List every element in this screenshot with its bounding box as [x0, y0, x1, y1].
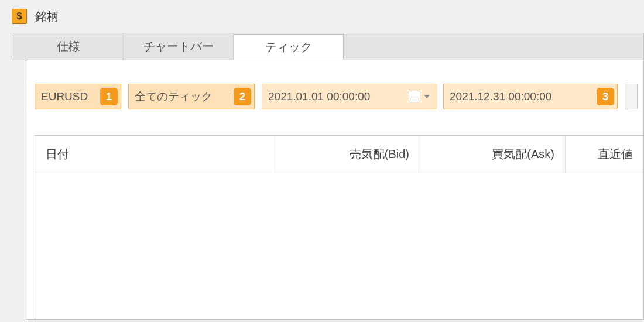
- date-to-picker[interactable]: 2021.12.31 00:00:00 3: [443, 84, 618, 109]
- title-bar: $ 銘柄: [0, 0, 644, 33]
- dollar-icon: $: [12, 9, 27, 24]
- action-button[interactable]: [625, 84, 638, 109]
- tick-type-value: 全てのティック: [135, 89, 248, 104]
- column-date[interactable]: 日付: [35, 136, 275, 173]
- symbol-dropdown[interactable]: EURUSD 1: [35, 84, 121, 109]
- callout-badge-2: 2: [234, 88, 251, 105]
- column-bid[interactable]: 売気配(Bid): [275, 136, 420, 173]
- date-to-value: 2021.12.31 00:00:00: [450, 90, 597, 103]
- callout-badge-1: 1: [100, 88, 118, 105]
- tick-panel: EURUSD 1 全てのティック 2 2021.01.01 00:00:00 2…: [26, 60, 644, 320]
- chevron-down-icon: [424, 95, 430, 98]
- tab-tick[interactable]: ティック: [234, 34, 344, 60]
- column-last[interactable]: 直近値: [566, 136, 643, 173]
- date-from-value: 2021.01.01 00:00:00: [268, 90, 409, 103]
- tick-table: 日付 売気配(Bid) 買気配(Ask) 直近値: [35, 135, 643, 319]
- column-ask[interactable]: 買気配(Ask): [420, 136, 566, 173]
- tab-strip: 仕様 チャートバー ティック: [13, 33, 644, 60]
- table-header-row: 日付 売気配(Bid) 買気配(Ask) 直近値: [35, 136, 643, 173]
- window-title: 銘柄: [35, 9, 59, 25]
- date-from-picker[interactable]: 2021.01.01 00:00:00: [262, 84, 436, 109]
- callout-badge-3: 3: [597, 88, 614, 105]
- tab-chart-bar[interactable]: チャートバー: [124, 33, 234, 60]
- tick-type-dropdown[interactable]: 全てのティック 2: [128, 84, 255, 109]
- tab-spec[interactable]: 仕様: [13, 33, 124, 60]
- calendar-icon: [409, 91, 420, 102]
- toolbar: EURUSD 1 全てのティック 2 2021.01.01 00:00:00 2…: [26, 60, 643, 114]
